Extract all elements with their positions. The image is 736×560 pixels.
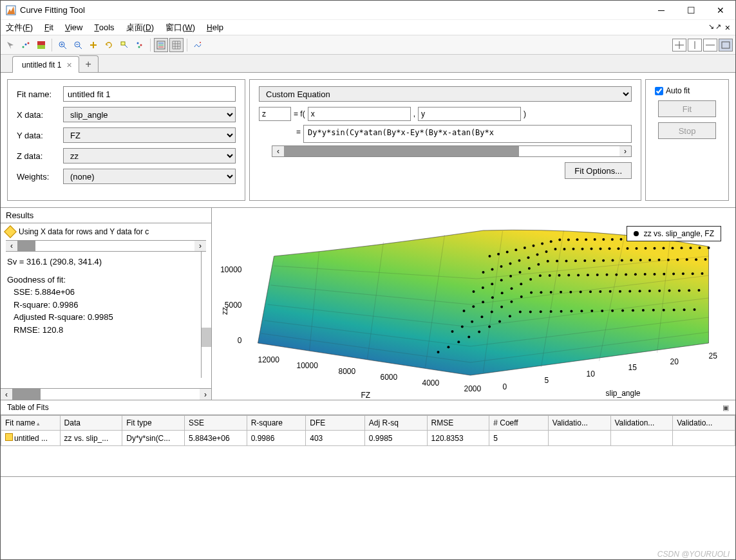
col-sse[interactable]: SSE <box>184 416 247 431</box>
svg-point-125 <box>606 274 609 276</box>
hscroll-right-icon[interactable]: › <box>619 146 631 156</box>
col-dfe[interactable]: DFE <box>306 416 365 431</box>
svg-point-152 <box>609 290 612 293</box>
points-plot-icon[interactable] <box>19 38 33 52</box>
eq-body-input[interactable]: Dy*y*sin(Cy*atan(By*x-Ey*(By*x-atan(By*x <box>303 125 632 143</box>
col-rmse[interactable]: RMSE <box>427 416 489 431</box>
menu-window[interactable]: 窗口(W) <box>165 22 195 33</box>
svg-point-93 <box>556 260 558 263</box>
fitname-input[interactable] <box>63 86 236 102</box>
maximize-button[interactable]: ☐ <box>676 1 706 19</box>
fit-options-button[interactable]: Fit Options... <box>565 162 632 179</box>
eq-hscroll[interactable]: ‹ › <box>272 145 632 157</box>
svg-point-58 <box>482 271 485 274</box>
zoom-in-icon[interactable] <box>55 38 70 52</box>
col-v3[interactable]: Validatio... <box>673 416 735 431</box>
pan-icon[interactable] <box>86 38 100 52</box>
layout-grid-icon[interactable] <box>672 39 686 51</box>
svg-point-15 <box>137 42 139 44</box>
menu-desktop[interactable]: 桌面(D) <box>126 22 154 33</box>
svg-point-181 <box>632 309 634 312</box>
minimize-panel-icon[interactable]: ▣ <box>722 404 729 412</box>
dock-grow-icon[interactable]: ↗ <box>715 23 721 33</box>
surface-plot[interactable]: 0 5000 10000 zz <box>212 208 735 400</box>
fit-button[interactable]: Fit <box>658 100 716 117</box>
svg-point-146 <box>550 291 552 294</box>
titlebar: Curve Fitting Tool ─ ☐ ✕ <box>1 1 735 20</box>
data-cursor-icon[interactable] <box>117 38 131 52</box>
menu-file[interactable]: 文件(F) <box>6 22 33 33</box>
warning-text: Using X data for rows and Y data for c <box>19 227 149 236</box>
svg-point-91 <box>537 263 540 266</box>
col-ncoeff[interactable]: # Coeff <box>489 416 549 431</box>
col-adj[interactable]: Adj R-sq <box>364 416 427 431</box>
svg-point-155 <box>639 290 641 292</box>
col-v1[interactable]: Validatio... <box>548 416 610 431</box>
warn-hscroll[interactable]: ‹› <box>6 240 206 252</box>
zoom-out-icon[interactable] <box>71 38 85 52</box>
brush-icon[interactable] <box>133 38 147 52</box>
eq-z-input[interactable] <box>259 107 291 121</box>
stop-button[interactable]: Stop <box>658 122 716 139</box>
svg-point-179 <box>611 310 614 312</box>
svg-point-186 <box>683 308 686 311</box>
col-v2[interactable]: Validation... <box>610 416 673 431</box>
results-body: Sv = 316.1 (290.8, 341.4) Goodness of fi… <box>1 252 211 388</box>
dock-close-icon[interactable]: × <box>725 23 730 33</box>
layout-cols-icon[interactable] <box>688 39 702 51</box>
svg-point-176 <box>580 310 583 312</box>
close-button[interactable]: ✕ <box>706 1 735 19</box>
svg-point-175 <box>570 310 572 313</box>
menu-view[interactable]: View <box>65 23 83 32</box>
col-fitname[interactable]: Fit name <box>1 416 61 431</box>
table-row[interactable]: untitled ... zz vs. slip_... Dy*y*sin(C.… <box>1 431 735 446</box>
dock-shrink-icon[interactable]: ↘ <box>708 23 714 33</box>
weights-select[interactable]: (none) <box>63 169 236 184</box>
hscroll-left-icon[interactable]: ‹ <box>272 146 284 156</box>
results-hscroll[interactable]: ‹› <box>1 388 211 400</box>
zdata-select[interactable]: zz <box>63 148 236 163</box>
app-icon <box>6 5 16 15</box>
eq-x-input[interactable] <box>308 107 411 121</box>
fit-tab[interactable]: untitled fit 1 × <box>12 56 79 73</box>
arrow-icon[interactable] <box>3 38 17 52</box>
menu-tools[interactable]: Tools <box>94 23 114 32</box>
svg-point-180 <box>621 309 624 312</box>
svg-point-64 <box>536 254 539 256</box>
ydata-select[interactable]: FZ <box>63 127 236 143</box>
svg-point-39 <box>550 240 552 243</box>
svg-point-123 <box>587 274 589 276</box>
col-rsq[interactable]: R-square <box>247 416 306 431</box>
rotate-icon[interactable] <box>102 38 116 52</box>
svg-point-60 <box>500 265 503 268</box>
svg-point-147 <box>560 291 562 294</box>
col-data[interactable]: Data <box>60 416 122 431</box>
eq-y-input[interactable] <box>418 107 521 121</box>
menu-help[interactable]: Help <box>207 23 223 32</box>
svg-point-161 <box>698 289 701 292</box>
svg-point-62 <box>518 259 521 262</box>
xdata-select[interactable]: slip_angle <box>63 107 236 122</box>
svg-point-88 <box>509 275 512 277</box>
fit-type-select[interactable]: Custom Equation <box>259 86 632 102</box>
legend-toggle-icon[interactable] <box>154 38 168 52</box>
tab-add-button[interactable]: + <box>79 55 99 72</box>
minimize-button[interactable]: ─ <box>646 1 676 19</box>
svg-point-104 <box>658 259 661 261</box>
svg-point-168 <box>498 320 501 322</box>
layout-single-icon[interactable] <box>719 39 733 51</box>
autofit-checkbox[interactable]: Auto fit <box>655 86 690 95</box>
col-fittype[interactable]: Fit type <box>122 416 185 431</box>
menu-fit[interactable]: Fit <box>44 23 53 32</box>
results-vscroll[interactable] <box>201 252 211 378</box>
svg-point-35 <box>514 248 517 251</box>
table-of-fits-title: Table of Fits ▣ <box>1 400 735 415</box>
svg-text:15: 15 <box>628 363 637 372</box>
svg-point-127 <box>625 273 627 275</box>
residual-icon[interactable] <box>191 38 205 52</box>
grid-toggle-icon[interactable] <box>169 38 184 52</box>
svg-point-17 <box>138 46 140 48</box>
layout-rows-icon[interactable] <box>703 39 717 51</box>
tab-close-icon[interactable]: × <box>66 60 71 70</box>
surface-icon[interactable] <box>34 38 48 52</box>
